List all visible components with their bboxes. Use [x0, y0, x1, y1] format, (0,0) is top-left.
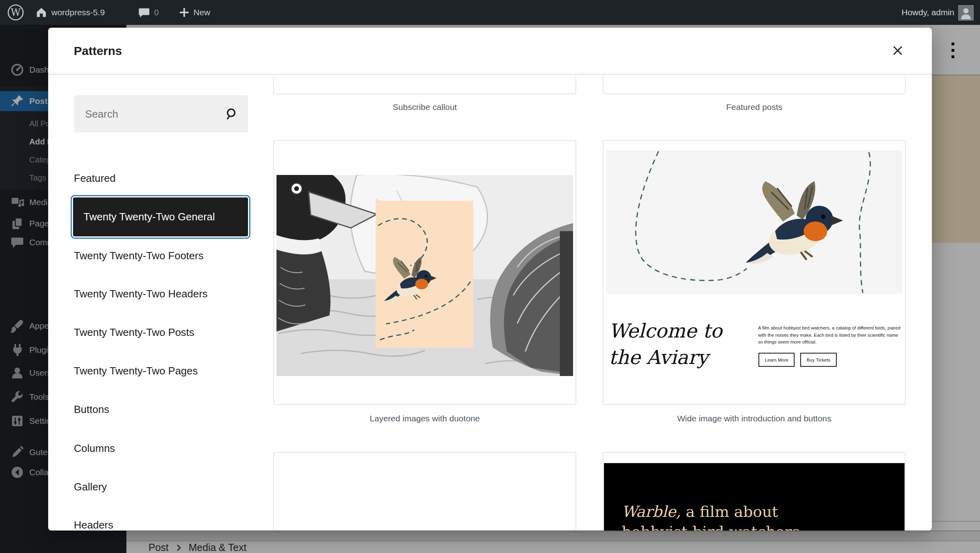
pattern-card-wide-image[interactable]: Welcome to the Aviary A film about hobby…: [603, 140, 906, 405]
category-label: Twenty Twenty-Two Footers: [74, 250, 203, 262]
category-label: Columns: [74, 442, 115, 455]
category-item-headers[interactable]: Headers: [74, 513, 248, 531]
category-label: Gallery: [74, 481, 107, 493]
aviary-heading-line1: Welcome to: [609, 317, 722, 344]
pattern-card-subscribe-callout[interactable]: [273, 76, 576, 94]
aviary-body-text: A film about hobbyist bird watchers, a c…: [758, 325, 903, 346]
warble-line2: hobbyist bird watchers: [622, 522, 800, 531]
search-input[interactable]: [84, 95, 218, 133]
admin-comments-icon: [138, 6, 150, 18]
howdy-menu[interactable]: Howdy, admin: [902, 0, 955, 25]
modal-title: Patterns: [74, 28, 122, 74]
warble-title: Warble,: [622, 503, 681, 520]
duck-illustration: [277, 175, 573, 376]
wordpress-logo-icon: W: [7, 4, 24, 21]
warble-black-block: Warble, a film about hobbyist bird watch…: [604, 463, 905, 531]
buy-tickets-button: Buy Tickets: [800, 353, 837, 367]
new-menu[interactable]: New: [179, 0, 210, 25]
pattern-card-blank[interactable]: [273, 452, 576, 531]
close-icon: [893, 45, 903, 56]
aviary-heading-line2: the Aviary: [609, 344, 722, 370]
category-item-buttons[interactable]: Buttons: [74, 397, 248, 421]
category-item-tt2-pages[interactable]: Twenty Twenty-Two Pages: [74, 359, 248, 383]
category-label: Twenty Twenty-Two General: [83, 211, 215, 223]
svg-text:W: W: [11, 7, 21, 18]
category-label: Buttons: [74, 403, 109, 416]
plus-icon: [179, 7, 189, 18]
aviary-heading: Welcome to the Aviary: [609, 317, 722, 370]
category-item-featured[interactable]: Featured: [74, 166, 248, 190]
admin-bar: W wordpress-5.9 0 New Howdy, admin: [0, 0, 980, 25]
category-label: Featured: [74, 172, 116, 185]
category-item-columns[interactable]: Columns: [74, 436, 248, 460]
home-icon: [35, 6, 47, 18]
pattern-label: Subscribe callout: [273, 102, 576, 112]
category-item-tt2-general[interactable]: Twenty Twenty-Two General: [73, 197, 248, 236]
howdy-text: Howdy, admin: [902, 8, 955, 17]
warble-text: Warble, a film about hobbyist bird watch…: [622, 502, 800, 531]
category-label: Twenty Twenty-Two Posts: [74, 326, 194, 339]
category-label: Twenty Twenty-Two Headers: [74, 288, 207, 300]
site-menu[interactable]: wordpress-5.9: [35, 0, 105, 25]
category-item-tt2-posts[interactable]: Twenty Twenty-Two Posts: [74, 320, 248, 344]
category-item-gallery[interactable]: Gallery: [74, 475, 248, 499]
avatar[interactable]: [958, 5, 974, 20]
warble-rest: a film about: [681, 503, 778, 520]
search-box: [74, 95, 248, 132]
comments-count: 0: [154, 8, 159, 17]
category-label: Headers: [74, 519, 113, 531]
pattern-card-layered-images[interactable]: [273, 140, 576, 405]
pattern-card-warble[interactable]: Warble, a film about hobbyist bird watch…: [603, 452, 906, 531]
screen: Post Media & Text Dashboard Posts All Po…: [0, 0, 980, 553]
pattern-label: Layered images with duotone: [273, 414, 576, 423]
category-item-tt2-footers[interactable]: Twenty Twenty-Two Footers: [74, 244, 248, 268]
pattern-label: Featured posts: [603, 102, 906, 112]
avatar-person-icon: [959, 6, 973, 20]
category-label: Twenty Twenty-Two Pages: [74, 365, 198, 377]
pattern-card-featured-posts[interactable]: [603, 76, 906, 94]
modal-header: Patterns: [48, 28, 932, 75]
aviary-banner-illustration: [606, 150, 903, 294]
wordpress-logo-menu[interactable]: W: [7, 0, 24, 25]
category-item-tt2-headers[interactable]: Twenty Twenty-Two Headers: [74, 282, 248, 306]
close-button[interactable]: [886, 39, 910, 63]
new-label: New: [193, 8, 210, 17]
pattern-label: Wide image with introduction and buttons: [603, 414, 906, 423]
patterns-modal: Patterns Featured Twenty Twenty-Two Gene…: [48, 28, 932, 531]
comments-menu[interactable]: 0: [138, 0, 159, 25]
site-name: wordpress-5.9: [51, 8, 105, 17]
learn-more-button: Learn More: [758, 353, 795, 367]
search-icon[interactable]: [225, 107, 239, 121]
patterns-grid: Subscribe callout Featured posts: [257, 76, 932, 531]
